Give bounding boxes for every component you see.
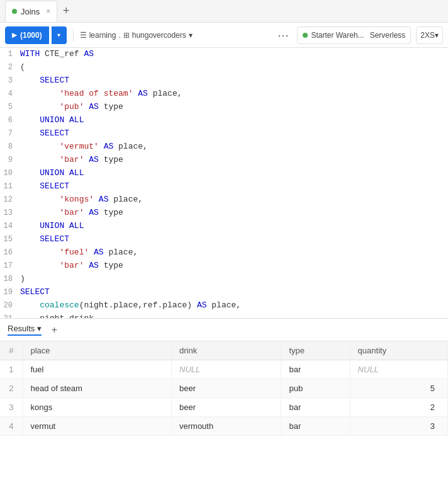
- token-kw: SELECT: [20, 287, 50, 297]
- close-icon[interactable]: ×: [46, 7, 50, 16]
- db-selector[interactable]: ☰ learning . ⊞ hungovercoders ▾: [80, 31, 193, 40]
- token-plain: night.drink,: [20, 314, 99, 319]
- play-icon: ▶: [12, 31, 17, 38]
- token-plain: [20, 261, 59, 270]
- results-tab-label: Results: [8, 324, 35, 333]
- cell-place: vermut: [23, 417, 172, 436]
- code-line: 8 'vermut' AS place,: [0, 140, 448, 154]
- token-plain: [99, 142, 104, 151]
- results-bar: Results ▾ +: [0, 319, 448, 341]
- token-str: 'head of steam': [59, 89, 133, 98]
- code-line: 13 'bar' AS type: [0, 207, 448, 220]
- add-results-tab-button[interactable]: +: [47, 322, 62, 338]
- toolbar: ▶ (1000) ▾ ☰ learning . ⊞ hungovercoders…: [0, 23, 448, 48]
- line-content: 'kongs' AS place,: [20, 193, 143, 207]
- token-plain: [20, 155, 59, 164]
- code-line: 17 'bar' AS type: [0, 260, 448, 273]
- token-plain: place,: [206, 300, 241, 310]
- token-plain: (: [20, 62, 25, 72]
- run-label: (1000): [20, 31, 42, 40]
- token-plain: [20, 221, 40, 231]
- token-plain: place,: [104, 248, 138, 257]
- cell-type: bar: [281, 398, 350, 417]
- header-row: #placedrinktypequantity: [0, 341, 448, 360]
- token-plain: [20, 89, 59, 98]
- add-tab-button[interactable]: +: [57, 3, 75, 20]
- token-plain: [20, 234, 40, 244]
- warehouse-size-badge[interactable]: 2XS ▾: [416, 26, 443, 44]
- token-kw: UNION ALL: [40, 115, 84, 125]
- warehouse-badge[interactable]: Starter Wareh... Serverless: [297, 26, 411, 44]
- token-plain: place,: [148, 89, 182, 98]
- tab-label: Joins: [21, 7, 40, 16]
- code-line: 7 SELECT: [0, 127, 448, 140]
- token-plain: (night.place,ref.place): [79, 300, 197, 310]
- cell-type: bar: [281, 417, 350, 436]
- token-kw: AS: [89, 208, 99, 217]
- results-tab-chevron: ▾: [37, 324, 42, 333]
- table-row: 4vermutvermouthbar3: [0, 417, 448, 436]
- db-dropdown-icon: ▾: [189, 31, 193, 40]
- table-row: 1fuelNULLbarNULL: [0, 360, 448, 379]
- token-kw: AS: [99, 195, 109, 204]
- token-str: 'bar': [59, 261, 84, 270]
- cell-type: pub: [281, 379, 350, 398]
- line-content: SELECT: [20, 233, 69, 246]
- token-plain: [20, 300, 40, 310]
- editor-area[interactable]: 1WITH CTE_ref AS2(3 SELECT4 'head of ste…: [0, 48, 448, 319]
- line-number: 10: [0, 168, 20, 180]
- run-dropdown-button[interactable]: ▾: [52, 26, 67, 44]
- line-number: 9: [0, 154, 20, 166]
- token-kw: AS: [89, 102, 99, 111]
- line-content: WITH CTE_ref AS: [20, 48, 94, 61]
- token-str: 'bar': [59, 155, 84, 164]
- token-kw: AS: [94, 248, 104, 257]
- token-str: 'kongs': [59, 195, 94, 204]
- token-plain: [20, 195, 59, 204]
- toolbar-separator: [73, 29, 74, 42]
- col-header-quantity: quantity: [350, 341, 447, 360]
- db-name-label: hungovercoders: [132, 31, 186, 40]
- null-value: NULL: [179, 365, 200, 374]
- cell-quantity: 5: [350, 379, 447, 398]
- cell-row_num: 1: [0, 360, 23, 379]
- line-number: 8: [0, 141, 20, 153]
- cell-quantity: 2: [350, 398, 447, 417]
- results-tab[interactable]: Results ▾: [8, 324, 42, 336]
- more-options-button[interactable]: ⋯: [274, 26, 292, 44]
- code-line: 11 SELECT: [0, 180, 448, 193]
- run-button[interactable]: ▶ (1000): [5, 26, 49, 44]
- db-schema-label: learning: [89, 31, 116, 40]
- token-plain: type: [99, 208, 123, 217]
- code-line: 19SELECT: [0, 286, 448, 299]
- cell-row_num: 4: [0, 417, 23, 436]
- line-content: 'vermut' AS place,: [20, 140, 148, 154]
- warehouse-status-dot: [303, 33, 308, 38]
- line-number: 2: [0, 62, 20, 74]
- cell-place: fuel: [23, 360, 172, 379]
- token-plain: [94, 195, 99, 204]
- code-line: 10 UNION ALL: [0, 167, 448, 180]
- token-kw: UNION ALL: [40, 221, 84, 231]
- line-number: 15: [0, 234, 20, 246]
- token-kw: AS: [84, 49, 94, 59]
- line-number: 7: [0, 128, 20, 140]
- code-line: 3 SELECT: [0, 74, 448, 88]
- line-content: (: [20, 61, 25, 74]
- token-plain: [20, 128, 40, 138]
- cell-drink: NULL: [172, 360, 281, 379]
- token-kw: SELECT: [40, 234, 69, 244]
- tab-joins[interactable]: Joins ×: [5, 1, 57, 22]
- warehouse-label: Starter Wareh...: [311, 31, 364, 40]
- token-str: 'bar': [59, 208, 84, 217]
- null-value: NULL: [358, 365, 379, 374]
- line-number: 14: [0, 220, 20, 232]
- code-line: 2(: [0, 61, 448, 74]
- line-number: 6: [0, 115, 20, 127]
- col-header-#: #: [0, 341, 23, 360]
- token-plain: [20, 181, 40, 191]
- tab-bar: Joins × +: [0, 0, 448, 23]
- code-line: 14 UNION ALL: [0, 220, 448, 233]
- results-table-body: 1fuelNULLbarNULL2head of steambeerpub53k…: [0, 360, 448, 436]
- code-line: 9 'bar' AS type: [0, 154, 448, 167]
